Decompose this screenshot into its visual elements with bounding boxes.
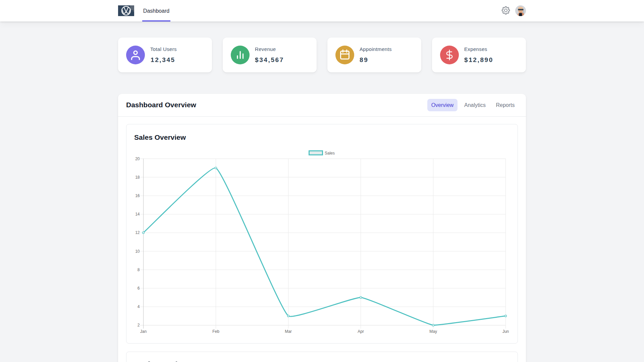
svg-text:12: 12 [135,230,140,235]
svg-text:4: 4 [138,304,140,309]
svg-text:May: May [429,329,437,334]
svg-text:Apr: Apr [358,329,364,334]
svg-text:16: 16 [135,193,140,198]
svg-text:14: 14 [135,212,140,217]
svg-text:Mar: Mar [285,329,292,334]
svg-text:10: 10 [135,249,140,254]
svg-text:Sales: Sales [325,151,335,156]
svg-text:8: 8 [138,267,140,272]
svg-text:Feb: Feb [212,329,219,334]
svg-text:Jun: Jun [502,329,509,334]
svg-text:2: 2 [138,323,140,327]
svg-text:6: 6 [138,286,140,291]
svg-text:18: 18 [135,175,140,180]
svg-text:Jan: Jan [140,329,147,334]
svg-text:20: 20 [135,157,140,161]
